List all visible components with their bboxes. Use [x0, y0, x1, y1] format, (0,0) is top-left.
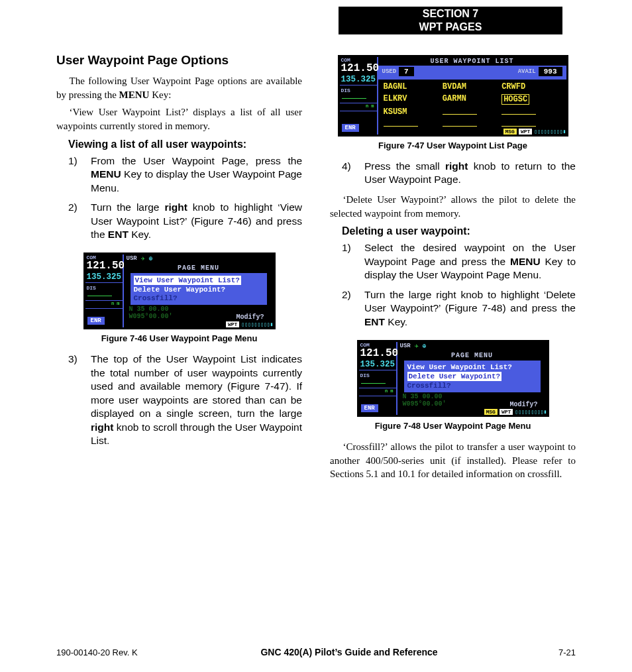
header-line-2: WPT PAGES	[339, 21, 562, 34]
gps-device-fig48: COM 121.500 135.325 DIS n m ENR USR✈⊕ PA…	[357, 340, 549, 417]
intro-paragraph-1: The following User Waypoint Page options…	[56, 74, 302, 101]
usr-label: USR	[400, 343, 411, 349]
dis-label: DIS	[85, 283, 123, 291]
plane-icon: ✈	[141, 254, 145, 262]
waypoint-cell: CRWFD	[501, 82, 560, 91]
waypoint-cell: BVDAM	[443, 82, 501, 91]
gps-device-fig46: COM 121.500 135.325 DIS n m ENR USR✈⊕ PA…	[83, 252, 276, 329]
dis-label: DIS	[359, 370, 396, 378]
viewing-steps: 1) From the User Waypoint Page, press th…	[68, 154, 302, 242]
page-header-band: SECTION 7 WPT PAGES	[339, 7, 562, 34]
header-line-1: SECTION 7	[339, 7, 562, 21]
nm-unit: n m	[340, 103, 377, 109]
coord-lon: W095°00.00'	[397, 401, 447, 408]
page-ticks: ▯▯▯▯▯▯▯▯▯▮	[241, 321, 273, 327]
wpt-badge: WPT	[226, 321, 239, 327]
figure-7-46: COM 121.500 135.325 DIS n m ENR USR✈⊕ PA…	[56, 251, 302, 343]
section-title: User Waypoint Page Options	[56, 53, 302, 68]
waypoint-cell: BAGNL	[384, 82, 443, 91]
step-1: 1) From the User Waypoint Page, press th…	[68, 154, 302, 195]
step-2: 2) Turn the large right knob to highligh…	[68, 201, 302, 241]
standby-freq: 135.325	[85, 272, 123, 283]
waypoint-cell-empty	[501, 119, 536, 127]
coord-lon: W095°00.00'	[124, 313, 173, 320]
wpt-badge: WPT	[519, 129, 532, 135]
figure-7-47-caption: Figure 7-47 User Waypoint List Page	[330, 140, 576, 150]
active-freq: 121.500	[340, 63, 377, 75]
waypoint-cell: KSUSM	[384, 107, 443, 117]
viewing-steps-r: 4) Press the small right knob to return …	[342, 160, 576, 187]
page-menu-title: PAGE MENU	[397, 352, 547, 359]
menu-key-ref: MENU	[119, 89, 150, 100]
modify-label: Modify?	[509, 401, 547, 408]
device-main-screen: USR✈⊕ PAGE MENU View User Waypoint List?…	[397, 342, 547, 415]
viewing-steps-cont: 3) The top of the User Waypoint List ind…	[68, 353, 302, 447]
avail-label: AVAIL	[518, 68, 536, 75]
step-4: 4) Press the small right knob to return …	[342, 160, 576, 187]
used-count: 7	[399, 67, 414, 76]
page-menu-box: View User Waypoint List? Delete User Way…	[131, 273, 267, 305]
menu-item-crossfill: Crossfill?	[407, 382, 537, 390]
standby-freq: 135.325	[340, 75, 377, 85]
usr-label: USR	[127, 255, 137, 262]
enr-label: ENR	[342, 124, 359, 132]
msg-badge: MSG	[484, 409, 498, 415]
page-menu-box: View User Waypoint List? Delete User Way…	[404, 361, 541, 392]
menu-item-delete: Delete User Waypoint?	[134, 286, 264, 294]
wpt-badge: WPT	[500, 409, 513, 415]
device-main-screen: USER WAYPOINT LIST USED 7 AVAIL 993 BAGN…	[378, 57, 566, 135]
coord-lat: N 35 00.00	[397, 394, 547, 400]
device-left-panel: COM 121.500 135.325 DIS n m ENR	[359, 342, 397, 415]
nm-unit: n m	[85, 301, 123, 306]
crossfill-paragraph: ‘Crossfill?’ allows the pilot to transfe…	[330, 440, 576, 481]
waypoint-cell-empty	[501, 107, 536, 115]
device-main-screen: USR✈⊕ PAGE MENU View User Waypoint List?…	[124, 254, 274, 327]
device-left-panel: COM 121.500 135.325 DIS n m ENR	[85, 254, 124, 327]
right-column: COM 121.500 135.325 DIS n m ENR USER WAY…	[330, 53, 576, 485]
page-number: 7-21	[536, 647, 576, 657]
enr-label: ENR	[361, 404, 378, 412]
step-3: 3) The top of the User Waypoint List ind…	[68, 353, 302, 447]
doc-title: GNC 420(A) Pilot’s Guide and Reference	[260, 647, 437, 657]
intro-paragraph-2: ‘View User Waypoint List?’ displays a li…	[56, 105, 302, 133]
menu-item-view-list: View User Waypoint List?	[134, 276, 241, 285]
device-left-panel: COM 121.500 135.325 DIS n m ENR	[340, 57, 378, 135]
gps-device-fig47: COM 121.500 135.325 DIS n m ENR USER WAY…	[338, 55, 568, 137]
nm-unit: n m	[359, 388, 396, 394]
avail-count: 993	[539, 67, 562, 76]
waypoint-grid: BAGNL BVDAM CRWFD ELKRV GARMN HOGSC KSUS…	[378, 80, 566, 128]
page-ticks: ▯▯▯▯▯▯▯▯▯▮	[534, 129, 566, 135]
dis-label: DIS	[340, 85, 377, 93]
waypoint-cell-empty	[443, 107, 477, 115]
figure-7-46-caption: Figure 7-46 User Waypoint Page Menu	[56, 333, 302, 343]
del-step-1: 1) Select the desired waypoint on the Us…	[342, 241, 576, 282]
menu-item-view-list: View User Waypoint List?	[407, 363, 537, 371]
deleting-subtitle: Deleting a user waypoint:	[342, 225, 576, 237]
standby-freq: 135.325	[359, 360, 396, 370]
menu-item-crossfill: Crossfill?	[134, 294, 264, 302]
active-freq: 121.500	[85, 260, 123, 272]
enr-label: ENR	[87, 317, 105, 325]
figure-7-48-caption: Figure 7-48 User Waypoint Page Menu	[330, 421, 576, 431]
page-ticks: ▯▯▯▯▯▯▯▯▯▮	[515, 409, 547, 415]
active-freq: 121.500	[359, 348, 396, 360]
left-column: User Waypoint Page Options The following…	[56, 53, 302, 485]
msg-badge: MSG	[503, 129, 517, 135]
plane-icon: ✈	[415, 342, 419, 350]
waypoint-cell-empty	[384, 119, 418, 127]
viewing-subtitle: Viewing a list of all user waypoints:	[68, 139, 302, 150]
coord-lat: N 35 00.00	[124, 306, 274, 313]
waypoint-list-title: USER WAYPOINT LIST	[378, 57, 566, 66]
figure-7-48: COM 121.500 135.325 DIS n m ENR USR✈⊕ PA…	[330, 338, 576, 431]
delete-paragraph: ‘Delete User Waypoint?’ allows the pilot…	[330, 193, 576, 220]
waypoint-list-header: USED 7 AVAIL 993	[378, 66, 566, 78]
menu-item-delete: Delete User Waypoint?	[407, 372, 502, 381]
page-menu-title: PAGE MENU	[124, 264, 274, 272]
del-step-2: 2) Turn the large right knob to highligh…	[342, 288, 576, 329]
modify-label: Modify?	[236, 313, 273, 321]
doc-number: 190-00140-20 Rev. K	[56, 647, 162, 657]
page-content: User Waypoint Page Options The following…	[56, 53, 576, 485]
waypoint-cell: ELKRV	[384, 94, 443, 105]
page-footer: 190-00140-20 Rev. K GNC 420(A) Pilot’s G…	[56, 647, 576, 657]
deleting-steps: 1) Select the desired waypoint on the Us…	[342, 241, 576, 329]
